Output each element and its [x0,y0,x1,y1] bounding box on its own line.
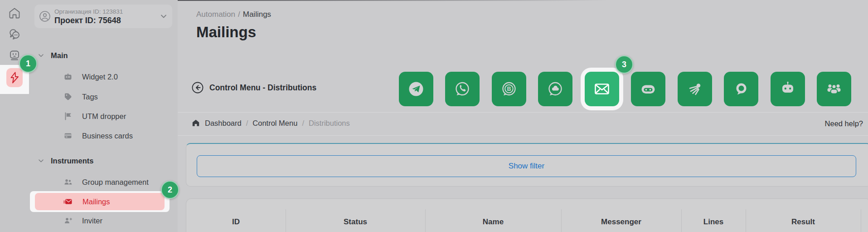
column-header-status: Status [286,199,425,232]
top-accent-line [178,0,608,1]
app-rail [0,0,29,232]
column-header-result: Result [746,199,861,232]
b-letter: B [507,86,511,92]
main-content: Automation/Mailings Mailings Control Men… [178,0,868,232]
column-header-name: Name [425,199,561,232]
chevron-down-icon [38,159,44,163]
project-id-label: Проект ID: 75648 [54,16,121,25]
channel-vk-b-button[interactable]: B [492,72,526,106]
breadcrumb-separator: / [235,10,243,19]
avatar-icon [39,10,51,22]
user-plus-icon [63,216,73,225]
automation-rail-item[interactable] [6,68,23,87]
channel-telegram-button[interactable] [399,72,433,106]
sidebar-item-label: UTM dropper [82,112,126,121]
flag-icon [63,112,73,121]
app-root: Организация ID: 123831 Проект ID: 75648 … [0,0,868,232]
sidebar-item-label: Group management [82,178,149,187]
telegram-icon [406,79,426,99]
audience-users-icon [824,79,844,99]
lightning-icon [9,71,20,84]
sidebar-item-label: Business cards [82,132,133,140]
card-icon [63,131,73,140]
channel-shuttlecock-button[interactable] [678,72,712,106]
chevron-down-icon [38,54,44,58]
sidebar-item-label: Inviter [82,217,102,225]
column-header-id: ID [186,199,286,232]
column-header-messenger: Messenger [561,199,681,232]
home-icon[interactable] [191,118,200,128]
divider [178,112,868,113]
section-label: Main [51,51,68,60]
section-label: Instruments [51,157,93,165]
tag-icon [63,92,73,101]
page-title: Mailings [196,24,256,41]
channel-audience-button[interactable] [817,72,851,106]
chevron-down-icon [160,14,167,19]
sidebar: Организация ID: 123831 Проект ID: 75648 … [29,0,178,232]
sidebar-item-widget20[interactable]: Widget 2.0 [29,69,178,85]
tour-step-badge-2: 2 [161,181,179,199]
organization-id-label: Организация ID: 123831 [54,8,123,15]
column-header-lines: Lines [681,199,746,232]
sidebar-item-label: Mailings [82,197,110,206]
mail-icon [63,197,73,206]
channel-robot-visor-button[interactable] [631,72,665,106]
chats-rail-icon[interactable] [8,27,21,41]
cloud-chat-icon [545,79,565,99]
breadcrumb-separator: / [297,119,309,128]
b-messenger-icon: B [499,79,519,99]
channel-sms-cloud-button[interactable] [538,72,572,106]
whatsapp-icon [452,79,472,99]
channel-chat-bubble-button[interactable] [724,72,758,106]
sidebar-item-business-cards[interactable]: Business cards [29,128,178,144]
divider [178,135,868,136]
breadcrumb-control-menu[interactable]: Control Menu [252,119,297,128]
tour-step-badge-1: 1 [19,54,37,73]
bot-icon [778,79,798,99]
sidebar-item-group-management[interactable]: Group management [29,174,178,190]
breadcrumb-secondary: Dashboard / Control Menu / Distributions [191,118,350,128]
channel-bot-button[interactable] [771,72,805,106]
users-icon [63,178,73,187]
widget-icon [63,72,73,81]
sidebar-item-mailings[interactable]: Mailings [29,193,178,210]
tour-step-badge-3: 3 [615,55,633,74]
show-filter-button[interactable]: Show filter [197,155,856,177]
sidebar-item-label: Tags [82,93,98,101]
breadcrumb-dashboard[interactable]: Dashboard [205,119,242,128]
column-header-extra [861,199,868,232]
breadcrumb-mailings: Mailings [243,10,271,19]
email-icon [592,79,612,99]
sidebar-item-tags[interactable]: Tags [29,89,178,105]
sidebar-item-label: Widget 2.0 [82,73,118,81]
chat-ring-icon [731,79,751,99]
sidebar-item-utm-dropper[interactable]: UTM dropper [29,108,178,124]
robot-visor-icon [638,79,658,99]
need-help-link[interactable]: Need help? [825,119,863,128]
breadcrumb-automation[interactable]: Automation [196,10,235,19]
shuttlecock-icon [685,79,705,99]
back-button[interactable] [191,81,204,94]
channel-email-button[interactable] [585,72,619,106]
sidebar-item-inviter[interactable]: Inviter [29,212,178,229]
mailings-table: ID Status Name Messenger Lines Result [186,198,868,232]
breadcrumb-distributions: Distributions [309,119,350,128]
breadcrumb: Automation/Mailings [196,10,271,19]
project-switcher[interactable]: Организация ID: 123831 Проект ID: 75648 [34,5,172,28]
breadcrumb-separator: / [242,119,253,128]
control-menu-title: Control Menu - Distributions [209,83,316,93]
sidebar-section-instruments[interactable]: Instruments [29,153,178,168]
sidebar-section-main[interactable]: Main [29,48,178,63]
filter-panel: Show filter [186,143,868,187]
channel-whatsapp-button[interactable] [445,72,480,106]
home-rail-icon[interactable] [8,6,21,20]
